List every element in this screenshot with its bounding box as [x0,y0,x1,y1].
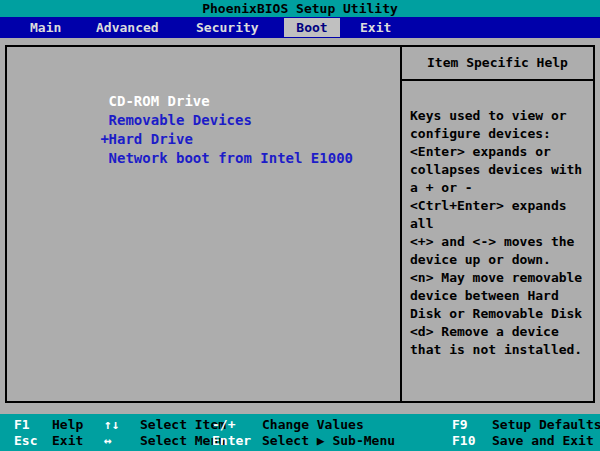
menu-item-exit[interactable]: Exit [360,17,391,38]
title-bar: PhoenixBIOS Setup Utility [0,0,600,17]
help-line: a + or - [410,179,589,197]
key-legend-row-1: F1 Help ↑↓ Select Item -/+ Change Values… [0,417,600,433]
help-line: <Enter> expands or [410,143,589,161]
key-esc: Esc [14,433,52,449]
boot-item-cdrom[interactable]: CD-ROM Drive [7,73,400,92]
help-panel-title: Item Specific Help [402,47,593,81]
help-line: collapses devices with [410,161,589,179]
key-f1: F1 [14,417,52,433]
help-line: <Ctrl+Enter> expands [410,197,589,215]
key-enter: Enter [212,433,262,449]
boot-item-label: Hard Drive [109,131,193,147]
key-f10: F10 [452,433,492,449]
key-f1-label: Help [52,417,104,433]
menu-bar: Main Advanced Security Boot Exit [0,17,600,38]
menu-item-main[interactable]: Main [30,17,61,38]
key-legend: F1 Help ↑↓ Select Item -/+ Change Values… [0,414,600,451]
key-f10-label: Save and Exit [492,433,600,449]
key-enter-label: Select ▶ Sub-Menu [262,433,452,449]
key-leftright-label: Select Menu [140,433,212,449]
help-panel-text: Keys used to view or configure devices: … [402,81,593,359]
menu-item-advanced[interactable]: Advanced [96,17,159,38]
help-line: <n> May move removable [410,269,589,287]
help-line: <d> Remove a device [410,323,589,341]
app-title: PhoenixBIOS Setup Utility [202,1,398,16]
help-line: device between Hard [410,287,589,305]
expand-indicator: + [101,130,109,149]
help-line: Keys used to view or [410,107,589,125]
help-line: all [410,215,589,233]
key-updown-icon: ↑↓ [104,417,140,433]
menu-item-boot[interactable]: Boot [284,18,340,37]
help-line: configure devices: [410,125,589,143]
help-line: <+> and <-> moves the [410,233,589,251]
menu-item-security[interactable]: Security [196,17,259,38]
key-minus-plus-label: Change Values [262,417,452,433]
bios-setup-screen: { "title_bar": { "title": "PhoenixBIOS S… [0,0,600,451]
key-updown-label: Select Item [140,417,212,433]
help-panel: Item Specific Help Keys used to view or … [400,47,593,401]
key-minus-plus: -/+ [212,417,262,433]
key-leftright-icon: ↔ [104,433,140,449]
boot-item-label: Removable Devices [109,112,252,128]
key-esc-label: Exit [52,433,104,449]
key-legend-row-2: Esc Exit ↔ Select Menu Enter Select ▶ Su… [0,433,600,449]
main-area: CD-ROM Drive Removable Devices +Hard Dri… [5,45,595,403]
key-f9: F9 [452,417,492,433]
key-f9-label: Setup Defaults [492,417,600,433]
help-line: Disk or Removable Disk [410,305,589,323]
boot-order-panel: CD-ROM Drive Removable Devices +Hard Dri… [7,47,400,401]
boot-item-label: Network boot from Intel E1000 [109,150,353,166]
boot-item-label: CD-ROM Drive [109,93,210,109]
help-line: device up or down. [410,251,589,269]
help-line: that is not installed. [410,341,589,359]
